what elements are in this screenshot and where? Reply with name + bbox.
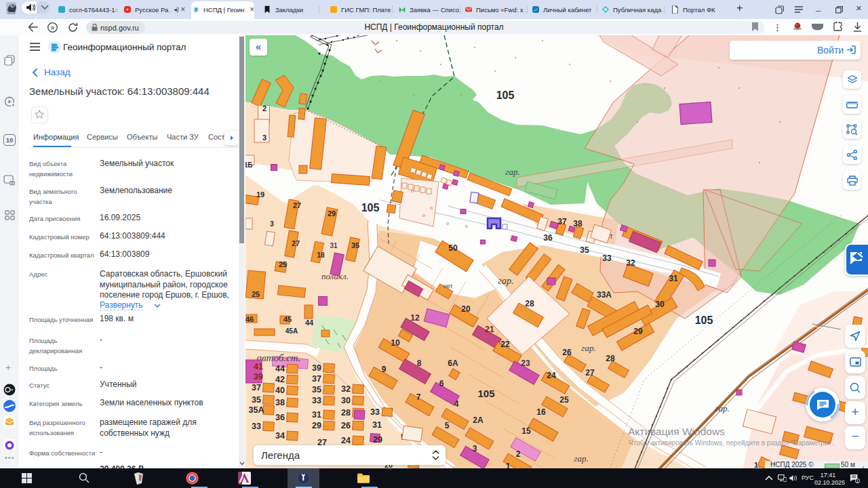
svg-text:1: 1	[856, 479, 859, 483]
svg-text:я: я	[51, 24, 54, 31]
